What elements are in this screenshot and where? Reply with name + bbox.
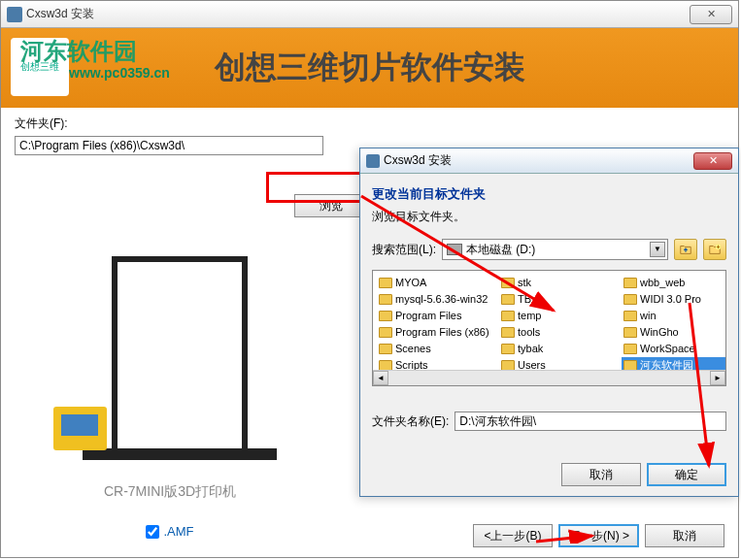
list-item-label: mysql-5.6.36-win32 (395, 293, 488, 305)
printer-illustration (44, 247, 296, 479)
chevron-down-icon[interactable]: ▼ (650, 242, 665, 257)
list-item-label: Program Files (x86) (395, 326, 489, 338)
scroll-right-icon[interactable]: ► (710, 371, 725, 385)
list-item[interactable]: tools (499, 324, 614, 340)
list-item[interactable]: wbb_web (622, 275, 726, 290)
folder-icon (623, 327, 637, 338)
scroll-left-icon[interactable]: ◄ (373, 371, 388, 385)
list-item-label: MYOA (395, 277, 426, 288)
amf-label: .AMF (163, 524, 193, 539)
horizontal-scrollbar[interactable]: ◄ ► (373, 370, 725, 385)
dialog-title: Cxsw3d 安装 (384, 152, 452, 169)
main-cancel-button[interactable]: 取消 (645, 524, 724, 547)
dialog-subheading: 浏览目标文件夹。 (372, 209, 726, 225)
install-path-input[interactable] (15, 136, 323, 155)
folder-icon (623, 311, 637, 321)
search-scope-label: 搜索范围(L): (372, 242, 436, 258)
app-icon (7, 7, 22, 22)
watermark-text: 河东软件园 (20, 36, 137, 67)
folder-icon (379, 278, 392, 288)
list-item-label: win (640, 310, 657, 321)
folder-icon (379, 294, 392, 305)
folder-icon (379, 360, 392, 371)
filename-label: 文件夹名称(E): (372, 413, 449, 430)
dialog-ok-button[interactable]: 确定 (647, 463, 726, 486)
folder-icon (379, 311, 392, 321)
folder-icon (501, 344, 515, 354)
dialog-close-button[interactable]: ✕ (693, 152, 732, 170)
list-item-label: temp (518, 310, 541, 321)
folder-icon (379, 344, 392, 354)
folder-label: 文件夹(F): (15, 115, 724, 132)
folder-icon (623, 344, 637, 354)
banner-title: 创想三维切片软件安装 (215, 47, 525, 89)
list-item-label: TB (518, 293, 531, 305)
filename-input[interactable] (455, 412, 726, 431)
list-item[interactable]: win (622, 308, 726, 323)
list-item[interactable]: stk (499, 275, 614, 290)
list-item[interactable]: WIDI 3.0 Pro (622, 291, 726, 307)
up-folder-button[interactable] (674, 239, 697, 260)
amf-checkbox[interactable] (146, 525, 159, 539)
new-folder-button[interactable] (703, 239, 726, 260)
folder-icon (623, 294, 637, 305)
list-item[interactable]: WorkSpace (622, 341, 726, 356)
dialog-heading: 更改当前目标文件夹 (372, 185, 726, 203)
list-item[interactable]: Program Files (377, 308, 491, 323)
folder-up-icon (679, 243, 692, 256)
main-titlebar: Cxsw3d 安装 ✕ (1, 1, 738, 28)
printer-caption: CR-7MINI版3D打印机 (15, 483, 325, 501)
folder-new-icon (708, 243, 722, 256)
folder-icon (379, 327, 392, 338)
list-item[interactable]: MYOA (377, 275, 491, 290)
list-item[interactable]: mysql-5.6.36-win32 (377, 291, 491, 307)
drive-icon (447, 244, 462, 255)
list-item-label: WinGho (640, 326, 679, 338)
list-item-label: tools (518, 326, 540, 338)
list-item-label: tybak (518, 343, 543, 354)
dialog-cancel-button[interactable]: 取消 (561, 463, 641, 486)
folder-icon (501, 278, 515, 288)
folder-icon (501, 294, 515, 305)
list-item[interactable]: TB (499, 291, 614, 307)
folder-icon (623, 278, 637, 288)
browse-folder-dialog: Cxsw3d 安装 ✕ 更改当前目标文件夹 浏览目标文件夹。 搜索范围(L): … (359, 148, 739, 497)
dialog-titlebar: Cxsw3d 安装 ✕ (360, 148, 738, 174)
drive-select[interactable]: 本地磁盘 (D:) ▼ (442, 239, 668, 260)
folder-icon (501, 311, 515, 321)
watermark-url: www.pc0359.cn (69, 65, 170, 81)
banner: 创想三维 河东软件园 www.pc0359.cn 创想三维切片软件安装 (1, 28, 738, 108)
drive-label: 本地磁盘 (D:) (466, 242, 535, 258)
browse-button[interactable]: 浏览 (294, 194, 368, 217)
list-item-label: Program Files (395, 310, 461, 321)
folder-icon (501, 327, 515, 338)
list-item[interactable]: Program Files (x86) (377, 324, 491, 340)
main-close-button[interactable]: ✕ (690, 5, 732, 24)
main-title: Cxsw3d 安装 (26, 6, 690, 22)
list-item-label: wbb_web (640, 277, 685, 288)
list-item[interactable]: WinGho (622, 324, 726, 340)
list-item[interactable]: temp (499, 308, 614, 323)
next-button[interactable]: 下一步(N) > (558, 524, 639, 547)
folder-icon (623, 360, 637, 371)
list-item-label: WorkSpace (640, 343, 695, 354)
list-item-label: Scenes (395, 343, 431, 354)
list-item-label: WIDI 3.0 Pro (640, 293, 701, 305)
list-item[interactable]: Scenes (377, 341, 491, 356)
list-item[interactable]: tybak (499, 341, 614, 356)
dialog-app-icon (366, 154, 380, 168)
folder-list[interactable]: MYOAmysql-5.6.36-win32Program FilesProgr… (372, 270, 726, 386)
back-button[interactable]: <上一步(B) (473, 524, 553, 547)
list-item-label: stk (518, 277, 531, 288)
folder-icon (501, 360, 515, 371)
